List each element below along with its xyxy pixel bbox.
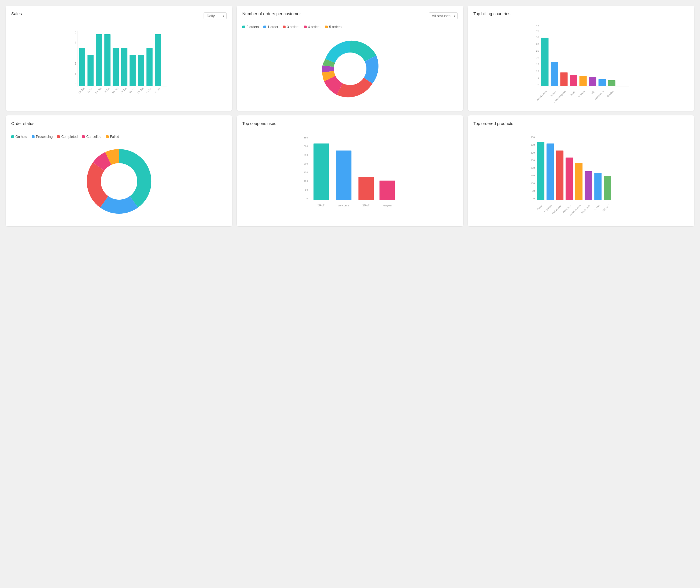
- legend-dot-3orders: [283, 26, 286, 28]
- sales-header: Sales Daily Weekly Monthly: [11, 11, 227, 20]
- legend-label-processing: Processing: [36, 135, 53, 139]
- bar-netherlands: [599, 79, 606, 86]
- top-coupons-chart: 0 50 100 150 200 250 300 350 30 off welc…: [242, 135, 458, 220]
- svg-text:Eraser: Eraser: [594, 204, 600, 211]
- svg-text:350: 350: [304, 136, 308, 139]
- svg-text:300: 300: [304, 145, 308, 148]
- bar-welcome: [336, 151, 352, 200]
- bar-08jan: [130, 55, 136, 86]
- top-products-svg: 0 50 100 150 200 250 300 350 400 Poster …: [473, 135, 689, 219]
- orders-per-customer-title: Number of orders per customer: [242, 11, 301, 16]
- svg-text:20 off: 20 off: [362, 204, 370, 207]
- orders-status-dropdown[interactable]: All statuses Completed Processing On hol…: [429, 12, 458, 19]
- svg-text:04 Jan: 04 Jan: [95, 87, 102, 94]
- orders-per-customer-header: Number of orders per customer All status…: [242, 11, 458, 20]
- top-billing-chart: 0 5 10 15 20 25 30 35 40 45 United State…: [473, 25, 689, 105]
- svg-text:30 off: 30 off: [318, 204, 325, 207]
- order-status-header: Order status: [11, 121, 227, 130]
- legend-dot-processing: [32, 135, 35, 138]
- legend-dot-4orders: [304, 26, 307, 28]
- legend-label-5orders: 5 orders: [329, 25, 341, 29]
- legend-2orders: 2 orders: [242, 25, 259, 29]
- svg-text:0: 0: [75, 83, 76, 86]
- legend-cancelled: Cancelled: [82, 135, 101, 139]
- svg-text:05 Jan: 05 Jan: [103, 87, 110, 94]
- svg-text:15: 15: [536, 63, 539, 66]
- orders-donut-svg: [314, 32, 387, 105]
- svg-text:30: 30: [536, 43, 539, 45]
- svg-text:50: 50: [305, 188, 308, 191]
- legend-dot-failed: [106, 135, 109, 138]
- dashboard: Sales Daily Weekly Monthly 0 1 2 3 4 5: [6, 6, 694, 226]
- svg-text:150: 150: [304, 171, 308, 174]
- svg-text:09 Jan: 09 Jan: [137, 87, 144, 94]
- svg-text:08 Jan: 08 Jan: [128, 87, 136, 94]
- sales-title: Sales: [11, 11, 22, 16]
- top-products-header: Top ordered products: [473, 121, 689, 130]
- svg-text:Gift card: Gift card: [602, 204, 610, 212]
- bar-today: [155, 34, 161, 86]
- legend-dot-5orders: [325, 26, 328, 28]
- svg-text:45: 45: [536, 25, 539, 27]
- svg-text:Sweden: Sweden: [606, 90, 614, 98]
- svg-text:1: 1: [75, 72, 76, 76]
- svg-text:0: 0: [537, 83, 539, 86]
- bar-05jan: [104, 34, 111, 86]
- order-status-legend: On hold Processing Completed Cancelled F…: [11, 135, 227, 139]
- svg-text:0: 0: [306, 197, 308, 200]
- order-status-donut-container: [11, 142, 227, 221]
- svg-text:France: France: [550, 90, 557, 97]
- sales-dropdown[interactable]: Daily Weekly Monthly: [204, 12, 227, 19]
- svg-text:Italy: Italy: [590, 90, 595, 95]
- top-coupons-card: Top coupons used 0 50 100 150 200 250 30…: [237, 115, 463, 226]
- bar-wallplanner: [556, 151, 564, 200]
- bar-australia: [580, 76, 587, 86]
- legend-dot-1order: [263, 26, 266, 28]
- bar-uk: [560, 72, 568, 86]
- bar-30off: [314, 143, 329, 200]
- svg-text:Organiser: Organiser: [544, 204, 553, 213]
- svg-text:100: 100: [304, 180, 308, 183]
- legend-completed: Completed: [57, 135, 77, 139]
- svg-text:Poster: Poster: [537, 204, 543, 211]
- svg-text:400: 400: [530, 136, 535, 139]
- top-products-title: Top ordered products: [473, 121, 513, 126]
- svg-text:250: 250: [530, 159, 535, 162]
- svg-text:50: 50: [532, 190, 535, 192]
- bar-france: [551, 62, 558, 86]
- legend-dot-2orders: [242, 26, 245, 28]
- legend-3orders: 3 orders: [283, 25, 299, 29]
- svg-text:200: 200: [530, 167, 535, 169]
- bar-sweden: [608, 80, 615, 86]
- top-products-card: Top ordered products 0 50 100 150 200 25…: [468, 115, 694, 226]
- order-status-title: Order status: [11, 121, 35, 126]
- svg-text:06 Jan: 06 Jan: [111, 87, 119, 94]
- legend-4orders: 4 orders: [304, 25, 320, 29]
- order-status-svg: [80, 142, 158, 221]
- top-billing-title: Top billing countries: [473, 11, 510, 16]
- legend-failed: Failed: [106, 135, 119, 139]
- svg-text:25: 25: [536, 49, 539, 52]
- sales-card: Sales Daily Weekly Monthly 0 1 2 3 4 5: [6, 6, 232, 111]
- svg-text:03 Jan: 03 Jan: [86, 87, 94, 94]
- bar-giftcard: [604, 176, 611, 200]
- svg-text:Netherlands: Netherlands: [594, 90, 605, 101]
- bar-whitemug: [566, 158, 573, 200]
- svg-text:newyear: newyear: [382, 204, 393, 207]
- bar-poster: [537, 142, 544, 200]
- bar-italy: [589, 77, 596, 86]
- sales-dropdown-wrapper[interactable]: Daily Weekly Monthly: [204, 12, 227, 19]
- svg-text:150: 150: [530, 174, 535, 177]
- svg-text:Flash cards: Flash cards: [581, 204, 591, 214]
- top-products-chart: 0 50 100 150 200 250 300 350 400 Poster …: [473, 135, 689, 220]
- top-billing-header: Top billing countries: [473, 11, 689, 20]
- svg-text:40: 40: [536, 29, 539, 32]
- legend-dot-completed: [57, 135, 60, 138]
- orders-status-dropdown-wrapper[interactable]: All statuses Completed Processing On hol…: [429, 12, 458, 19]
- svg-text:5: 5: [75, 31, 76, 34]
- bar-us: [541, 38, 549, 86]
- svg-text:10 Jan: 10 Jan: [145, 87, 152, 94]
- svg-text:White mug: White mug: [562, 204, 572, 213]
- top-coupons-header: Top coupons used: [242, 121, 458, 130]
- svg-text:200: 200: [304, 162, 308, 165]
